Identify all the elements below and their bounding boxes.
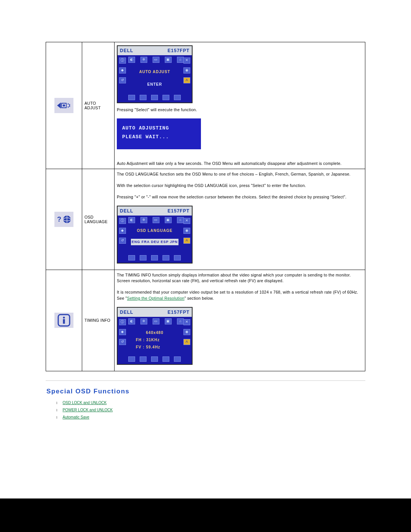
special-osd-links: OSD LOCK and UNLOCK POWER LOCK and UNLOC… bbox=[46, 401, 365, 419]
svg-rect-3 bbox=[68, 103, 68, 105]
osd-language-p1: The OSD LANGUAGE function sets the OSD M… bbox=[117, 171, 363, 177]
timing-info-p1: The TIMING INFO function simply displays… bbox=[117, 272, 363, 284]
osd-right-icons: ✕◉A bbox=[183, 319, 190, 345]
osd-language-options: ENG FRA DEU ESP JPN bbox=[131, 239, 178, 246]
list-item: OSD LOCK and UNLOCK bbox=[56, 401, 365, 405]
osd-model: E157FPT bbox=[167, 309, 190, 316]
osd-top-icons: ◐✲▭▣⌂ bbox=[118, 55, 192, 64]
table-row: ? OSD LANGUAGE The OSD LANGUAGE function… bbox=[46, 169, 365, 270]
label-timing-info: TIMING INFO bbox=[82, 270, 115, 371]
svg-text:?: ? bbox=[57, 216, 61, 223]
icon-cell-osd-language: ? bbox=[46, 169, 82, 270]
svg-point-2 bbox=[63, 104, 65, 107]
svg-point-11 bbox=[63, 317, 65, 319]
osd-language-p2: With the selection cursor highlighting t… bbox=[117, 183, 363, 189]
osd-bottom-icons bbox=[118, 356, 192, 363]
osd-model: E157FPT bbox=[167, 208, 190, 214]
osd-timing-resolution: 640x480 bbox=[129, 330, 180, 335]
osd-center-line2: ENTER bbox=[129, 81, 180, 87]
auto-adjust-p1: Pressing "Select" will execute the funct… bbox=[117, 107, 363, 113]
table-row: TIMING INFO The TIMING INFO function sim… bbox=[46, 270, 365, 371]
desc-timing-info: The TIMING INFO function simply displays… bbox=[115, 270, 365, 371]
auto-adjust-icon bbox=[54, 98, 73, 113]
svg-rect-12 bbox=[63, 319, 65, 324]
osd-model: E157FPT bbox=[167, 47, 190, 54]
table-row: AUTO ADJUST DELL E157FPT ◐✲▭▣⌂ ⓘ◆↺ ✕◉A A… bbox=[46, 42, 365, 169]
osd-brand: DELL bbox=[120, 309, 133, 316]
svg-rect-5 bbox=[69, 104, 70, 107]
osd-center-line1: AUTO ADJUST bbox=[129, 69, 180, 75]
osd-brand: DELL bbox=[120, 47, 133, 54]
timing-info-icon bbox=[54, 313, 73, 328]
timing-info-p2-post: " section below. bbox=[185, 296, 214, 300]
osd-left-icons: ⓘ◆↺ bbox=[119, 218, 126, 244]
osd-bottom-icons bbox=[118, 254, 192, 262]
desc-auto-adjust: DELL E157FPT ◐✲▭▣⌂ ⓘ◆↺ ✕◉A AUTO ADJUST E… bbox=[115, 42, 365, 169]
osd-screenshot-auto-adjust: DELL E157FPT ◐✲▭▣⌂ ⓘ◆↺ ✕◉A AUTO ADJUST E… bbox=[117, 45, 193, 103]
auto-adjusting-message: AUTO ADJUSTING PLEASE WAIT... bbox=[117, 118, 201, 149]
osd-left-icons: ⓘ◆↺ bbox=[119, 58, 126, 83]
osd-top-icons: ◐✲▭▣⌂ bbox=[118, 317, 192, 325]
osd-timing-fh: FH : 31KHz bbox=[136, 337, 180, 343]
osd-language-p3: Pressing "+" or "-" will now move the se… bbox=[117, 194, 363, 200]
icon-cell-timing-info bbox=[46, 270, 82, 371]
list-item: Automatic Save bbox=[56, 415, 365, 419]
power-lock-link[interactable]: POWER LOCK and UNLOCK bbox=[63, 408, 113, 412]
divider bbox=[46, 380, 365, 381]
osd-functions-table: AUTO ADJUST DELL E157FPT ◐✲▭▣⌂ ⓘ◆↺ ✕◉A A… bbox=[46, 42, 365, 371]
auto-adjust-p2: Auto Adjustment will take only a few sec… bbox=[117, 161, 363, 167]
bluebox-line1: AUTO ADJUSTING bbox=[122, 124, 196, 133]
osd-bottom-icons bbox=[118, 94, 192, 102]
page: AUTO ADJUST DELL E157FPT ◐✲▭▣⌂ ⓘ◆↺ ✕◉A A… bbox=[0, 0, 411, 498]
osd-language-icon: ? bbox=[54, 212, 73, 227]
list-item: POWER LOCK and UNLOCK bbox=[56, 408, 365, 412]
osd-center-line1: OSD LANGUAGE bbox=[129, 228, 180, 233]
osd-screenshot-language: DELL E157FPT ◐✲▭▣⌂ ⓘ◆↺ ✕◉A OSD LANGUAGE … bbox=[117, 206, 193, 264]
osd-timing-fv: FV : 59.4Hz bbox=[136, 344, 180, 350]
timing-info-p2: It is recommended that your computer vid… bbox=[117, 289, 363, 302]
special-osd-heading: Special OSD Functions bbox=[46, 388, 365, 395]
osd-brand: DELL bbox=[120, 208, 133, 214]
icon-cell-auto-adjust bbox=[46, 42, 82, 169]
osd-right-icons: ✕◉A bbox=[183, 218, 190, 244]
optimal-resolution-link[interactable]: Setting the Optimal Resolution bbox=[127, 296, 185, 300]
bluebox-line2: PLEASE WAIT... bbox=[122, 133, 196, 141]
osd-left-icons: ⓘ◆↺ bbox=[119, 319, 126, 345]
osd-screenshot-timing: DELL E157FPT ◐✲▭▣⌂ ⓘ◆↺ ✕◉A 640x480 FH : … bbox=[117, 307, 193, 365]
automatic-save-link[interactable]: Automatic Save bbox=[63, 415, 89, 419]
label-osd-language: OSD LANGUAGE bbox=[82, 169, 115, 270]
desc-osd-language: The OSD LANGUAGE function sets the OSD M… bbox=[115, 169, 365, 270]
osd-top-icons: ◐✲▭▣⌂ bbox=[118, 216, 192, 224]
svg-marker-0 bbox=[57, 102, 61, 109]
svg-rect-4 bbox=[68, 106, 68, 108]
osd-lock-link[interactable]: OSD LOCK and UNLOCK bbox=[63, 401, 107, 405]
osd-right-icons: ✕◉A bbox=[183, 58, 190, 83]
label-auto-adjust: AUTO ADJUST bbox=[82, 42, 115, 169]
